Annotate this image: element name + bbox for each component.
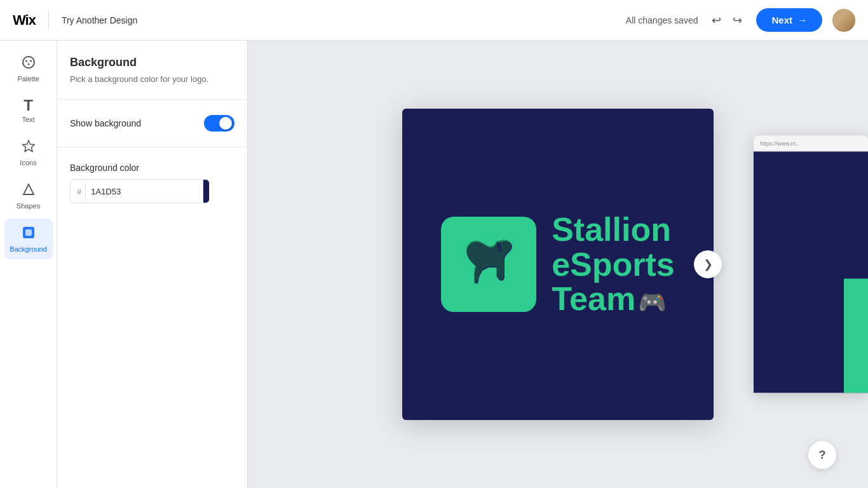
svg-point-1 [25, 60, 27, 62]
svg-marker-5 [24, 184, 34, 194]
header-subtitle: Try Another Design [62, 15, 137, 25]
logo-text-line-2: eSports [552, 247, 675, 282]
redo-button[interactable]: ↪ [729, 10, 746, 31]
logo-preview-card: Stallion eSports Team🎮 [402, 109, 714, 420]
avatar-image [832, 9, 855, 32]
logo-text-line-1: Stallion [552, 212, 675, 247]
show-background-row: Show background [70, 115, 234, 132]
color-hash: # [71, 182, 86, 201]
shapes-icon [21, 182, 36, 200]
text-icon: T [24, 98, 33, 113]
next-arrow-icon: → [797, 15, 807, 25]
show-background-toggle[interactable] [204, 115, 234, 132]
color-swatch[interactable] [203, 180, 210, 203]
next-label: Next [771, 15, 792, 25]
background-color-label: Background color [70, 163, 234, 173]
sidebar-item-palette[interactable]: Palette [4, 48, 53, 89]
svg-marker-4 [23, 140, 34, 152]
help-button[interactable]: ? [808, 441, 836, 469]
carousel-next-button[interactable]: ❯ [694, 250, 722, 278]
palette-icon [21, 55, 36, 72]
main-layout: Palette T Text Icons Shapes [0, 41, 868, 488]
logo-text-block: Stallion eSports Team🎮 [552, 212, 675, 316]
header-divider [48, 11, 49, 30]
svg-point-2 [30, 60, 32, 62]
browser-preview: https://www.m... [754, 136, 868, 393]
background-icon [21, 225, 36, 243]
logo-container: Stallion eSports Team🎮 [441, 212, 675, 316]
gamepad-icon: 🎮 [638, 289, 667, 315]
undo-button[interactable]: ↩ [708, 10, 725, 31]
next-button[interactable]: Next → [756, 8, 822, 32]
toggle-thumb [219, 117, 232, 130]
toggle-track [204, 115, 234, 132]
svg-rect-7 [25, 229, 32, 236]
app-header: Wix Try Another Design All changes saved… [0, 0, 868, 41]
sidebar-icons: Palette T Text Icons Shapes [0, 41, 57, 488]
sidebar-item-shapes[interactable]: Shapes [4, 175, 53, 216]
background-label: Background [10, 245, 47, 253]
settings-panel: Background Pick a background color for y… [57, 41, 248, 488]
browser-green-accent [844, 279, 868, 393]
panel-title: Background [70, 56, 234, 69]
panel-divider [57, 99, 247, 100]
palette-label: Palette [17, 75, 39, 83]
color-input-row[interactable]: # [70, 179, 210, 203]
browser-url-bar: https://www.m... [754, 136, 868, 152]
svg-point-0 [23, 57, 34, 68]
canvas-area: Stallion eSports Team🎮 ❯ https://www.m..… [248, 41, 868, 488]
undo-redo-group: ↩ ↪ [708, 10, 746, 31]
browser-content [754, 152, 868, 393]
color-hex-input[interactable] [86, 182, 203, 201]
user-avatar[interactable] [832, 9, 855, 32]
shapes-label: Shapes [17, 202, 40, 210]
logo-text-line-3: Team🎮 [552, 281, 675, 316]
icons-label: Icons [20, 159, 36, 166]
wix-logo: Wix [13, 12, 36, 29]
horse-svg [454, 229, 524, 299]
icons-icon [21, 139, 36, 156]
saved-status: All changes saved [626, 15, 698, 25]
panel-divider-2 [57, 147, 247, 147]
sidebar-item-background[interactable]: Background [4, 219, 53, 259]
sidebar-item-icons[interactable]: Icons [4, 132, 53, 173]
horse-icon-box [441, 217, 536, 312]
text-label: Text [22, 116, 34, 123]
sidebar-item-text[interactable]: T Text [4, 92, 53, 130]
panel-subtitle: Pick a background color for your logo. [70, 74, 234, 84]
svg-point-3 [27, 64, 29, 65]
show-background-label: Show background [70, 118, 141, 128]
